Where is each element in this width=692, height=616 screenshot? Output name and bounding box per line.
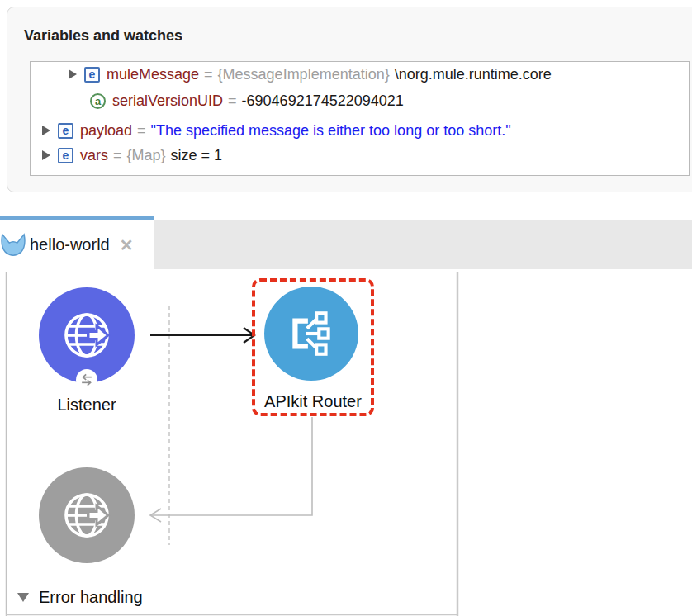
- tab-label: hello-world: [30, 235, 110, 254]
- expression-icon: e: [58, 123, 73, 139]
- equals-sign: =: [113, 147, 122, 164]
- variable-value: -6904692174522094021: [242, 92, 404, 110]
- expand-arrow-icon[interactable]: [42, 150, 50, 160]
- variable-row-serialversionuid[interactable]: a serialVersionUID = -690469217452209402…: [31, 89, 690, 112]
- variable-row-mulemessage[interactable]: e muleMessage = {MessageImplementation} …: [31, 63, 690, 86]
- collapse-triangle-icon[interactable]: [17, 593, 29, 602]
- variable-type: {Map}: [127, 147, 166, 164]
- variables-panel: Variables and watches e muleMessage = {M…: [7, 7, 692, 192]
- tab-bar-filler: [154, 220, 692, 269]
- variable-value: \norg.mule.runtime.core: [395, 66, 552, 83]
- equals-sign: =: [137, 122, 146, 140]
- flow-arrow: [150, 328, 254, 343]
- router-icon: [284, 306, 339, 361]
- variable-name: muleMessage: [107, 66, 199, 83]
- expand-arrow-icon[interactable]: [42, 126, 50, 135]
- variable-name: serialVersionUID: [112, 92, 223, 110]
- equals-sign: =: [204, 66, 213, 83]
- flow-canvas[interactable]: Listener APIkit Router E: [0, 269, 692, 616]
- disabled-listener-node[interactable]: [39, 467, 135, 563]
- mule-logo-icon: [1, 233, 26, 258]
- variable-name: payload: [80, 122, 132, 140]
- apikit-router-node[interactable]: [264, 287, 358, 381]
- message-exchange-badge[interactable]: [76, 369, 97, 391]
- listener-node-label: Listener: [29, 396, 145, 415]
- expression-icon: e: [58, 148, 73, 163]
- equals-sign: =: [228, 92, 237, 110]
- return-connector-arrow: [150, 417, 312, 522]
- attribute-icon: a: [90, 93, 106, 109]
- expand-arrow-icon[interactable]: [69, 69, 77, 79]
- variable-row-vars[interactable]: e vars = {Map} size = 1: [31, 144, 690, 167]
- apikit-router-node-label: APIkit Router: [248, 392, 378, 411]
- variable-value-string: "The specified message is either too lon…: [151, 122, 511, 140]
- panel-title: Variables and watches: [24, 27, 182, 45]
- exchange-arrows-icon: [78, 372, 95, 388]
- variable-value: size = 1: [171, 147, 223, 164]
- expression-icon: e: [84, 67, 100, 83]
- close-icon[interactable]: ✕: [120, 235, 134, 255]
- error-handling-label: Error handling: [39, 588, 143, 607]
- variables-tree: e muleMessage = {MessageImplementation} …: [30, 61, 690, 176]
- globe-arrow-icon: [60, 309, 113, 362]
- editor-tab-bar: hello-world ✕: [0, 216, 692, 269]
- tab-hello-world[interactable]: hello-world ✕: [0, 216, 154, 269]
- globe-arrow-icon: [60, 489, 113, 542]
- variable-name: vars: [80, 147, 108, 164]
- error-handling-toggle[interactable]: Error handling: [17, 588, 143, 607]
- variable-row-payload[interactable]: e payload = "The specified message is ei…: [31, 119, 690, 142]
- variable-type: {MessageImplementation}: [218, 66, 390, 83]
